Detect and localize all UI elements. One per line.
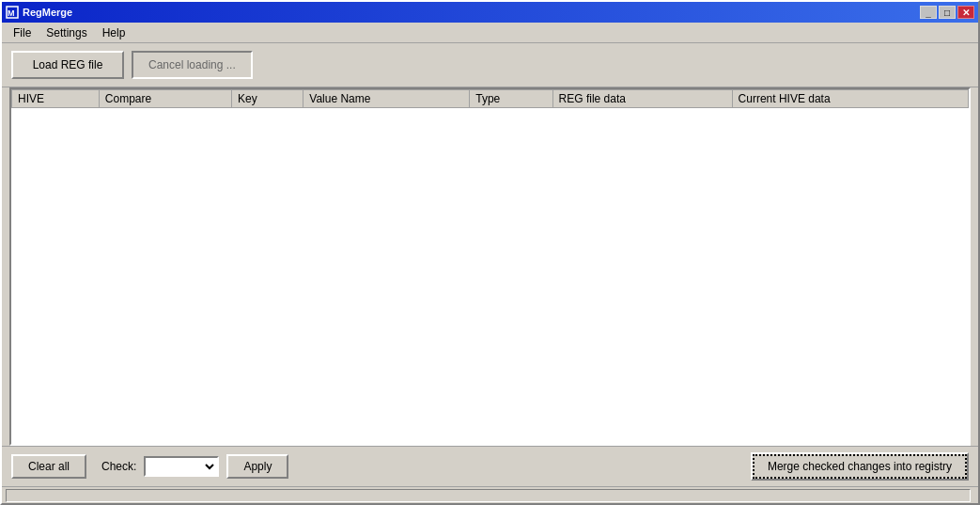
- menu-bar: File Settings Help: [2, 23, 978, 43]
- data-table: HIVE Compare Key Value Name Type REG fil…: [11, 89, 969, 108]
- main-window: M RegMerge _ □ ✕ File Settings Help Load…: [0, 0, 980, 505]
- col-compare: Compare: [99, 90, 231, 108]
- check-dropdown[interactable]: All None: [144, 456, 219, 477]
- col-key: Key: [232, 90, 303, 108]
- table-header-row: HIVE Compare Key Value Name Type REG fil…: [12, 90, 969, 108]
- clear-all-button[interactable]: Clear all: [11, 454, 86, 479]
- col-reg-file-data: REG file data: [552, 90, 732, 108]
- svg-text:M: M: [8, 8, 15, 18]
- toolbar: Load REG file Cancel loading ...: [2, 43, 978, 87]
- col-type: Type: [470, 90, 552, 108]
- menu-file[interactable]: File: [6, 24, 39, 41]
- status-panel: [6, 489, 971, 502]
- cancel-loading-button[interactable]: Cancel loading ...: [132, 51, 253, 79]
- bottom-bar: Clear all Check: All None Apply Merge ch…: [2, 446, 978, 486]
- title-bar-controls: _ □ ✕: [920, 6, 974, 19]
- menu-help[interactable]: Help: [95, 24, 133, 41]
- load-reg-button[interactable]: Load REG file: [11, 51, 124, 79]
- col-hive: HIVE: [12, 90, 100, 108]
- window-title: RegMerge: [23, 7, 72, 18]
- close-button[interactable]: ✕: [957, 6, 974, 19]
- merge-button[interactable]: Merge checked changes into registry: [751, 452, 969, 481]
- status-bar: [2, 486, 978, 503]
- app-icon: M: [6, 6, 19, 19]
- check-label: Check:: [101, 460, 136, 473]
- apply-button[interactable]: Apply: [226, 454, 288, 479]
- col-value-name: Value Name: [303, 90, 470, 108]
- title-bar-left: M RegMerge: [6, 6, 72, 19]
- minimize-button[interactable]: _: [920, 6, 937, 19]
- col-current-hive-data: Current HIVE data: [732, 90, 968, 108]
- maximize-button[interactable]: □: [939, 6, 956, 19]
- title-bar: M RegMerge _ □ ✕: [2, 2, 978, 23]
- table-container: HIVE Compare Key Value Name Type REG fil…: [9, 87, 971, 446]
- menu-settings[interactable]: Settings: [39, 24, 94, 41]
